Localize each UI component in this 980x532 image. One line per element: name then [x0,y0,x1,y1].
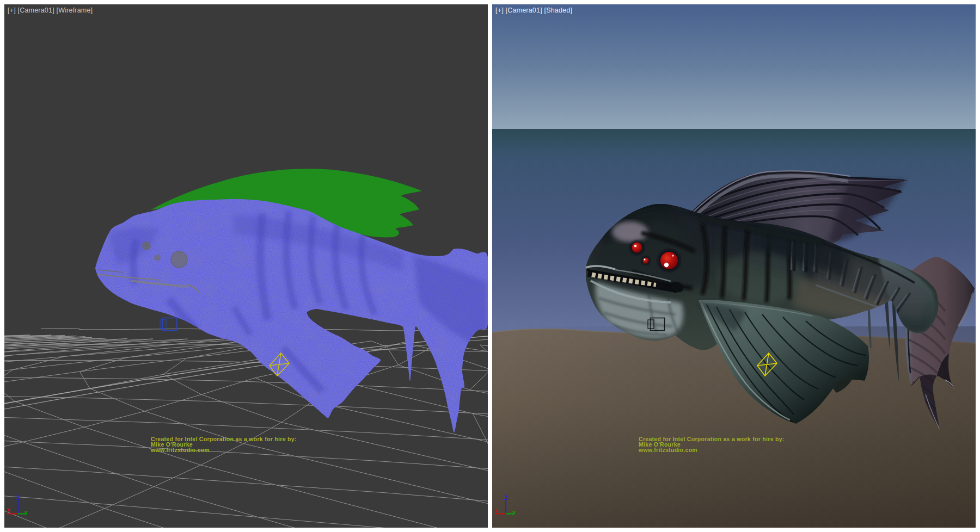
svg-text:Z: Z [504,494,508,501]
svg-text:Z: Z [16,494,20,501]
svg-text:X: X [7,507,11,514]
svg-text:x: x [494,507,498,514]
svg-text:y: y [24,509,28,515]
svg-text:www.fritzstudio.com: www.fritzstudio.com [150,447,210,453]
svg-text:www.fritzstudio.com: www.fritzstudio.com [638,447,697,453]
svg-text:y: y [512,509,516,515]
